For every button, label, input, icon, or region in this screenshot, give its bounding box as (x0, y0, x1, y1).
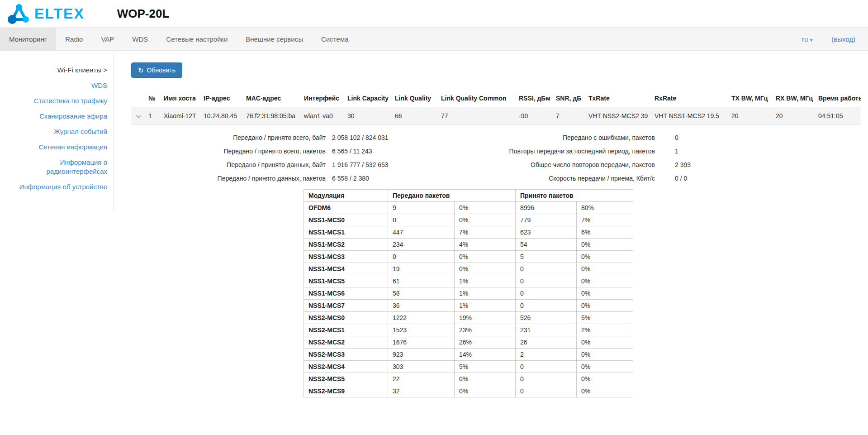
stat-value: 6 565 / 11 243 (332, 148, 454, 155)
modulation-name: NSS1-MCS2 (304, 239, 388, 251)
page-title: WOP-20L (117, 7, 170, 21)
modulation-name: NSS1-MCS7 (304, 300, 388, 312)
modulation-name: NSS1-MCS1 (304, 226, 388, 239)
modulation-value: 0 (516, 385, 577, 397)
expand-toggle[interactable] (131, 107, 145, 125)
sidebar-item-wds[interactable]: WDS (5, 78, 107, 93)
language-label: ru (802, 35, 808, 43)
sidebar-item-network-info[interactable]: Сетевая информация (5, 139, 107, 155)
col-rx-bw: RX BW, МГц (772, 90, 815, 107)
modulation-value: 58 (388, 287, 455, 300)
modulation-value: 447 (388, 226, 455, 239)
eltex-logo-icon (6, 3, 32, 24)
modulation-value: 9 (388, 202, 455, 214)
language-select[interactable]: ru ▾ (802, 35, 812, 43)
refresh-icon: ↻ (138, 67, 144, 74)
modulation-row: NSS2-MCS0122219%5265% (304, 312, 633, 324)
sidebar-item-traffic-stats[interactable]: Статистика по трафику (5, 93, 107, 109)
modulation-value: 1% (455, 275, 516, 287)
tab-external-services[interactable]: Внешние сервисы (237, 28, 312, 50)
col-hostname: Имя хоста (160, 90, 200, 107)
logout-link[interactable]: (выход) (831, 35, 855, 43)
modulation-value: 0 (388, 251, 455, 263)
tab-system[interactable]: Система (312, 28, 357, 50)
stat-value: 1 916 777 / 532 653 (332, 161, 454, 168)
modulation-value: 0 (516, 373, 577, 385)
modulation-value: 0% (577, 373, 633, 385)
modulation-value: 2 (516, 349, 577, 361)
modulation-value: 0 (516, 287, 577, 300)
modulation-value: 32 (388, 385, 455, 397)
modulation-table-body: OFDM690%899680%NSS1-MCS000%7797%NSS1-MCS… (304, 202, 633, 397)
modulation-value: 1222 (388, 312, 455, 324)
sidebar-item-radio-interfaces-info[interactable]: Информация о радиоинтерфейсах (5, 155, 107, 179)
modulation-col-tx: Передано пакетов (388, 190, 516, 202)
modulation-value: 19 (388, 263, 455, 275)
sidebar-item-event-log[interactable]: Журнал событий (5, 124, 107, 139)
modulation-name: NSS2-MCS4 (304, 361, 388, 373)
stat-value: 6 558 / 2 380 (332, 175, 454, 182)
modulation-value: 7% (455, 226, 516, 239)
stat-label: Общее число повторов передачи, пакетов (460, 161, 655, 168)
refresh-button[interactable]: ↻ Обновить (131, 62, 182, 78)
modulation-value: 526 (516, 312, 577, 324)
modulation-name: NSS2-MCS0 (304, 312, 388, 324)
modulation-value: 0% (455, 251, 516, 263)
modulation-value: 4% (455, 239, 516, 251)
modulation-value: 0% (577, 263, 633, 275)
modulation-value: 0 (516, 275, 577, 287)
client-hostname: Xiaomi-12T (160, 107, 200, 125)
client-snr: 7 (552, 107, 585, 125)
client-rssi: -90 (515, 107, 552, 125)
modulation-value: 0% (577, 287, 633, 300)
modulation-value: 779 (516, 214, 577, 226)
modulation-value: 19% (455, 312, 516, 324)
stat-value: 2 393 (661, 161, 861, 168)
stat-label: Скорость передачи / приема, Кбит/с (460, 175, 655, 182)
sidebar-item-air-scan[interactable]: Сканирование эфира (5, 109, 107, 124)
nav-right: ru ▾ (выход) (802, 28, 868, 50)
sidebar-item-device-info[interactable]: Информация об устройстве (5, 179, 107, 195)
tab-vap[interactable]: VAP (92, 28, 123, 50)
stat-value: 1 (661, 148, 861, 155)
modulation-row: OFDM690%899680% (304, 202, 633, 214)
client-stats: Передано / принято всего, байт 2 058 102… (131, 134, 861, 182)
client-num: 1 (145, 107, 160, 125)
sidebar: Wi-Fi клиенты > WDS Статистика по трафик… (0, 51, 114, 212)
modulation-value: 1% (455, 300, 516, 312)
tab-monitoring[interactable]: Мониторинг (0, 28, 56, 50)
modulation-value: 80% (577, 202, 633, 214)
modulation-value: 23% (455, 324, 516, 336)
modulation-value: 623 (516, 226, 577, 239)
clients-table: № Имя хоста IP-адрес MAC-адрес Интерфейс… (131, 90, 861, 125)
modulation-value: 234 (388, 239, 455, 251)
tab-network-settings[interactable]: Сетевые настройки (157, 28, 237, 50)
col-rxrate: RxRate (651, 90, 728, 107)
modulation-row: NSS2-MCS9320%00% (304, 385, 633, 397)
tab-wds[interactable]: WDS (123, 28, 157, 50)
client-link-quality: 66 (391, 107, 437, 125)
modulation-name: NSS2-MCS2 (304, 336, 388, 349)
modulation-value: 0% (455, 385, 516, 397)
main-content: ↻ Обновить № Имя хоста IP-адрес (114, 51, 868, 397)
client-link-quality-common: 77 (437, 107, 515, 125)
modulation-value: 0% (577, 349, 633, 361)
nav-tabs: Мониторинг Radio VAP WDS Сетевые настрой… (0, 28, 357, 50)
modulation-value: 26% (455, 336, 516, 349)
modulation-value: 0% (455, 263, 516, 275)
sidebar-item-wifi-clients[interactable]: Wi-Fi клиенты > (5, 62, 107, 78)
eltex-logo: ELTEX (6, 3, 85, 24)
stat-label: Передано / принято данных, пакетов (131, 175, 326, 182)
modulation-name: OFDM6 (304, 202, 388, 214)
col-uptime: Время работы (815, 90, 861, 107)
tab-radio[interactable]: Radio (56, 28, 92, 50)
client-row[interactable]: 1 Xiaomi-12T 10.24.80.45 76:f2:31:98:05:… (131, 107, 861, 125)
modulation-value: 14% (455, 349, 516, 361)
modulation-name: NSS1-MCS5 (304, 275, 388, 287)
modulation-row: NSS2-MCS2167626%260% (304, 336, 633, 349)
modulation-row: NSS1-MCS22344%540% (304, 239, 633, 251)
modulation-name: NSS2-MCS1 (304, 324, 388, 336)
modulation-name: NSS1-MCS6 (304, 287, 388, 300)
chevron-down-icon (136, 113, 141, 118)
modulation-value: 0 (516, 263, 577, 275)
